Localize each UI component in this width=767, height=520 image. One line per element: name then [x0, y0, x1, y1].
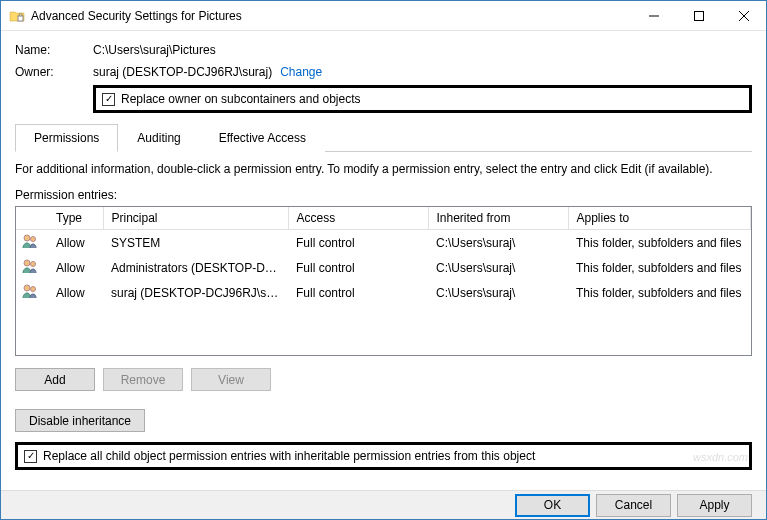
user-group-icon	[22, 283, 38, 299]
name-label: Name:	[15, 43, 93, 57]
svg-point-2	[24, 235, 30, 241]
entries-label: Permission entries:	[15, 188, 752, 202]
owner-value: suraj (DESKTOP-DCJ96RJ\suraj)	[93, 65, 272, 79]
table-row[interactable]: AllowAdministrators (DESKTOP-DC...Full c…	[16, 255, 751, 280]
window-title: Advanced Security Settings for Pictures	[31, 9, 631, 23]
user-group-icon	[22, 233, 38, 249]
cell-type: Allow	[48, 230, 103, 256]
cell-applies: This folder, subfolders and files	[568, 230, 751, 256]
replace-owner-checkbox[interactable]: ✓	[102, 93, 115, 106]
tab-auditing[interactable]: Auditing	[118, 124, 199, 152]
folder-lock-icon	[9, 8, 25, 24]
user-group-icon	[22, 258, 38, 274]
svg-point-6	[24, 285, 30, 291]
cell-principal: suraj (DESKTOP-DCJ96RJ\suraj)	[103, 280, 288, 305]
apply-button[interactable]: Apply	[677, 494, 752, 517]
replace-child-label: Replace all child object permission entr…	[43, 449, 535, 463]
svg-rect-1	[694, 11, 703, 20]
name-value: C:\Users\suraj\Pictures	[93, 43, 216, 57]
cell-inherited: C:\Users\suraj\	[428, 230, 568, 256]
minimize-button[interactable]	[631, 1, 676, 30]
svg-point-5	[31, 262, 36, 267]
cell-applies: This folder, subfolders and files	[568, 280, 751, 305]
cell-applies: This folder, subfolders and files	[568, 255, 751, 280]
cell-principal: Administrators (DESKTOP-DC...	[103, 255, 288, 280]
ok-button[interactable]: OK	[515, 494, 590, 517]
cell-inherited: C:\Users\suraj\	[428, 255, 568, 280]
replace-child-checkbox[interactable]: ✓	[24, 450, 37, 463]
maximize-button[interactable]	[676, 1, 721, 30]
titlebar: Advanced Security Settings for Pictures	[1, 1, 766, 31]
permission-table: Type Principal Access Inherited from App…	[15, 206, 752, 356]
replace-owner-label: Replace owner on subcontainers and objec…	[121, 92, 360, 106]
change-owner-link[interactable]: Change	[280, 65, 322, 79]
table-row[interactable]: AllowSYSTEMFull controlC:\Users\suraj\Th…	[16, 230, 751, 256]
cell-inherited: C:\Users\suraj\	[428, 280, 568, 305]
svg-rect-0	[18, 16, 23, 21]
cell-access: Full control	[288, 255, 428, 280]
cell-type: Allow	[48, 280, 103, 305]
col-icon[interactable]	[16, 207, 48, 230]
tab-bar: Permissions Auditing Effective Access	[15, 123, 752, 152]
replace-child-highlight: ✓ Replace all child object permission en…	[15, 442, 752, 470]
cell-access: Full control	[288, 280, 428, 305]
svg-point-3	[31, 237, 36, 242]
view-button[interactable]: View	[191, 368, 271, 391]
col-type[interactable]: Type	[48, 207, 103, 230]
disable-inheritance-button[interactable]: Disable inheritance	[15, 409, 145, 432]
cancel-button[interactable]: Cancel	[596, 494, 671, 517]
col-applies[interactable]: Applies to	[568, 207, 751, 230]
tab-effective-access[interactable]: Effective Access	[200, 124, 325, 152]
dialog-footer: OK Cancel Apply	[1, 490, 766, 519]
cell-access: Full control	[288, 230, 428, 256]
remove-button[interactable]: Remove	[103, 368, 183, 391]
replace-owner-highlight: ✓ Replace owner on subcontainers and obj…	[93, 85, 752, 113]
close-button[interactable]	[721, 1, 766, 30]
owner-label: Owner:	[15, 65, 93, 79]
tab-permissions[interactable]: Permissions	[15, 124, 118, 152]
cell-principal: SYSTEM	[103, 230, 288, 256]
col-inherited[interactable]: Inherited from	[428, 207, 568, 230]
security-settings-window: Advanced Security Settings for Pictures …	[0, 0, 767, 520]
add-button[interactable]: Add	[15, 368, 95, 391]
content-area: Name: C:\Users\suraj\Pictures Owner: sur…	[1, 31, 766, 490]
description-text: For additional information, double-click…	[15, 162, 752, 176]
col-principal[interactable]: Principal	[103, 207, 288, 230]
svg-point-4	[24, 260, 30, 266]
svg-point-7	[31, 287, 36, 292]
table-row[interactable]: Allowsuraj (DESKTOP-DCJ96RJ\suraj)Full c…	[16, 280, 751, 305]
cell-type: Allow	[48, 255, 103, 280]
col-access[interactable]: Access	[288, 207, 428, 230]
